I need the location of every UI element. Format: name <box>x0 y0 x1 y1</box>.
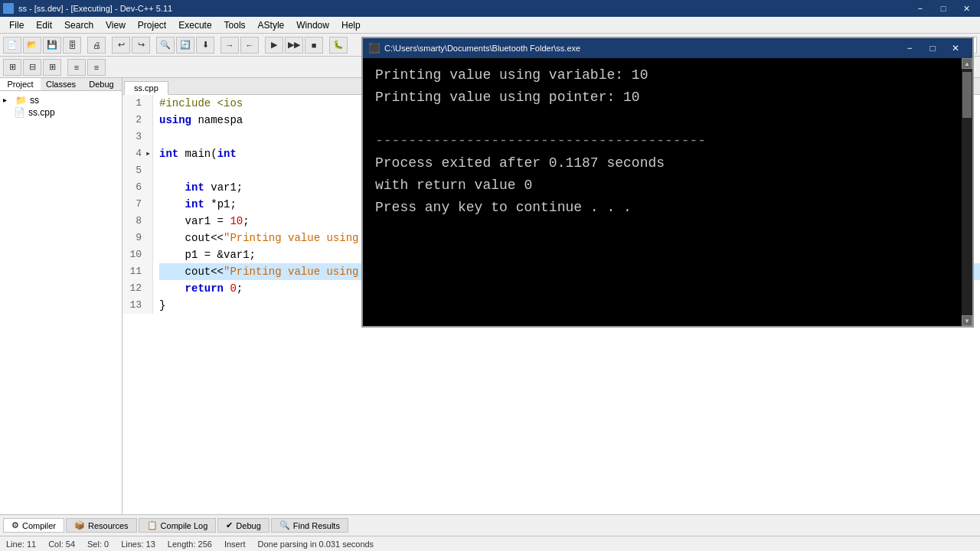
replace-button[interactable]: 🔄 <box>176 37 194 54</box>
tree-root-label: ss <box>30 95 39 106</box>
status-line: Line: 11 <box>6 540 36 549</box>
menu-file[interactable]: File <box>3 18 30 32</box>
ln-7: 7 <box>122 196 146 213</box>
console-minimize-button[interactable]: − <box>899 41 920 55</box>
undo-button[interactable]: ↩ <box>112 37 130 54</box>
close-button[interactable]: ✕ <box>956 2 977 15</box>
menu-bar: File Edit Search View Project Execute To… <box>0 17 980 34</box>
console-line-2: Printing value using pointer: 10 <box>375 86 949 109</box>
file-icon: 📄 <box>14 107 25 118</box>
console-scroll-up[interactable]: ▲ <box>962 58 972 69</box>
indent-button[interactable]: → <box>220 37 239 54</box>
new-button[interactable]: 📄 <box>3 37 21 54</box>
tree-root[interactable]: ▸ 📁 ss <box>3 94 119 106</box>
console-scroll-track[interactable] <box>962 69 972 315</box>
tb2-btn1[interactable]: ⊞ <box>3 59 21 76</box>
tb2-btn3[interactable]: ⊞ <box>43 59 61 76</box>
console-title-controls: − □ ✕ <box>899 41 966 55</box>
title-bar-left: ss - [ss.dev] - [Executing] - Dev-C++ 5.… <box>3 3 172 14</box>
console-scrollbar: ▲ ▼ <box>962 58 972 326</box>
bottom-tab-resources[interactable]: 📦 Resources <box>66 518 137 533</box>
console-content[interactable]: Printing value using variable: 10 Printi… <box>363 58 962 326</box>
tree-file[interactable]: 📄 ss.cpp <box>3 106 119 119</box>
app-icon <box>3 3 14 14</box>
menu-execute[interactable]: Execute <box>172 18 217 32</box>
console-line-1: Printing value using variable: 10 <box>375 64 949 86</box>
ln-13: 13 <box>122 297 146 314</box>
debug-button[interactable]: 🐛 <box>329 37 348 54</box>
console-close-button[interactable]: ✕ <box>945 41 966 55</box>
console-title-text: ⬛ C:\Users\smarty\Documents\Bluetooth Fo… <box>369 43 580 54</box>
ln-10: 10 <box>122 246 146 263</box>
resources-icon: 📦 <box>74 520 85 530</box>
bottom-panel: ⚙ Compiler 📦 Resources 📋 Compile Log ✔ D… <box>0 514 980 536</box>
menu-edit[interactable]: Edit <box>30 18 58 32</box>
tb2-btn5[interactable]: ≡ <box>87 59 106 76</box>
console-title-bar: ⬛ C:\Users\smarty\Documents\Bluetooth Fo… <box>363 38 972 58</box>
tree-file-label: ss.cpp <box>28 107 55 118</box>
unindent-button[interactable]: ← <box>240 37 259 54</box>
menu-window[interactable]: Window <box>290 18 335 32</box>
console-window: ⬛ C:\Users\smarty\Documents\Bluetooth Fo… <box>361 37 974 328</box>
console-maximize-button[interactable]: □ <box>922 41 943 55</box>
sidebar-tree: ▸ 📁 ss 📄 ss.cpp <box>0 91 122 514</box>
console-app-icon: ⬛ <box>369 43 380 54</box>
bottom-tab-compilelog[interactable]: 📋 Compile Log <box>139 518 217 533</box>
console-line-4: ---------------------------------------- <box>375 130 949 152</box>
run-button[interactable]: ▶▶ <box>285 37 303 54</box>
menu-search[interactable]: Search <box>58 18 100 32</box>
status-lines: Lines: 13 <box>121 540 155 549</box>
menu-project[interactable]: Project <box>132 18 172 32</box>
console-scroll-down[interactable]: ▼ <box>962 315 972 326</box>
status-length: Length: 256 <box>168 540 212 549</box>
compilelog-icon: 📋 <box>147 520 158 530</box>
menu-astyle[interactable]: AStyle <box>252 18 291 32</box>
print-button[interactable]: 🖨 <box>87 37 106 54</box>
bottom-tab-findresults[interactable]: 🔍 Find Results <box>271 518 348 533</box>
window-title: ss - [ss.dev] - [Executing] - Dev-C++ 5.… <box>18 4 172 13</box>
sidebar-tabs: Project Classes Debug <box>0 78 122 91</box>
ln-5: 5 <box>122 162 146 179</box>
console-line-7: Press any key to continue . . . <box>375 197 949 219</box>
tb2-btn4[interactable]: ≡ <box>67 59 86 76</box>
ln-3: 3 <box>122 129 146 145</box>
title-bar: ss - [ss.dev] - [Executing] - Dev-C++ 5.… <box>0 0 980 17</box>
compile-run-button[interactable]: ▶ <box>265 37 283 54</box>
title-bar-controls: − □ ✕ <box>910 2 977 15</box>
console-title: C:\Users\smarty\Documents\Bluetooth Fold… <box>384 44 580 53</box>
save-all-button[interactable]: 🗄 <box>63 37 81 54</box>
minimize-button[interactable]: − <box>910 2 931 15</box>
tab-classes[interactable]: Classes <box>41 78 81 90</box>
console-line-3 <box>375 109 949 131</box>
tab-project[interactable]: Project <box>0 78 41 90</box>
tb2-btn2[interactable]: ⊟ <box>23 59 41 76</box>
redo-button[interactable]: ↪ <box>132 37 150 54</box>
status-mode: Insert <box>224 540 246 549</box>
bottom-tab-compiler[interactable]: ⚙ Compiler <box>3 518 64 533</box>
console-scroll-thumb <box>962 72 972 118</box>
save-button[interactable]: 💾 <box>43 37 61 54</box>
expand-icon: ▸ <box>3 96 12 105</box>
open-button[interactable]: 📂 <box>23 37 41 54</box>
debug-icon: ✔ <box>226 520 233 530</box>
tab-debug[interactable]: Debug <box>81 78 122 90</box>
ln-9: 9 <box>122 230 146 246</box>
status-sel: Sel: 0 <box>87 540 109 549</box>
status-col: Col: 54 <box>48 540 75 549</box>
console-line-6: with return value 0 <box>375 174 949 197</box>
stop-button[interactable]: ■ <box>305 37 323 54</box>
ln-8: 8 <box>122 213 146 230</box>
find-button[interactable]: 🔍 <box>156 37 175 54</box>
menu-view[interactable]: View <box>100 18 132 32</box>
find-next-button[interactable]: ⬇ <box>196 37 214 54</box>
maximize-button[interactable]: □ <box>933 2 954 15</box>
bottom-tab-debug[interactable]: ✔ Debug <box>217 518 269 533</box>
menu-help[interactable]: Help <box>335 18 367 32</box>
console-body: Printing value using variable: 10 Printi… <box>363 58 972 326</box>
findresults-icon: 🔍 <box>279 520 290 530</box>
editor-tab-sscpp[interactable]: ss.cpp <box>124 81 168 95</box>
menu-tools[interactable]: Tools <box>218 18 252 32</box>
ln-12: 12 <box>122 280 146 297</box>
ln-4: 4 <box>122 145 146 162</box>
folder-icon: 📁 <box>15 95 27 106</box>
